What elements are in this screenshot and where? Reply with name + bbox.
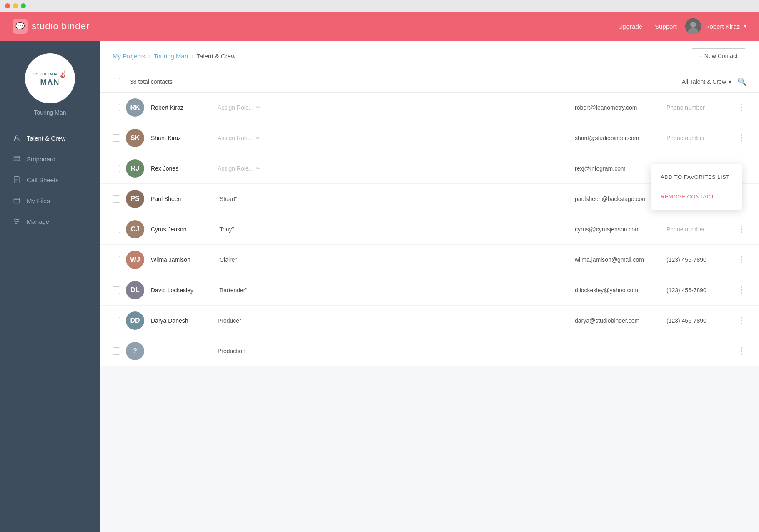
contact-role-8: Producer (218, 317, 575, 324)
contact-email-8: darya@studiobinder.com (575, 317, 666, 324)
sidebar-nav: Talent & Crew Stripboard (0, 128, 100, 233)
contact-checkbox-5[interactable] (113, 226, 120, 233)
more-dot (741, 110, 742, 111)
my-files-icon (13, 196, 21, 205)
contact-row: ? Production (100, 336, 759, 366)
more-dot (741, 317, 742, 319)
filter-dropdown[interactable]: All Talent & Crew ▾ (682, 78, 731, 85)
more-dot (741, 350, 742, 352)
more-dot (741, 320, 742, 321)
more-dot (741, 231, 742, 233)
logo-bottom-text: MAN (40, 78, 60, 87)
nav-links: Upgrade Support (619, 23, 677, 30)
breadcrumb-sep-1: › (148, 53, 150, 59)
filter-dropdown-icon: ▾ (729, 78, 731, 85)
touring-man-logo: TOURING 🎸 MAN (32, 70, 68, 87)
contact-checkbox-9[interactable] (113, 347, 120, 355)
contacts-list: RK Robert Kiraz Assign Role... ✏ robert@… (100, 93, 759, 366)
contact-role-5: "Tony" (218, 226, 575, 233)
contact-email-2: shant@studiobinder.com (575, 135, 666, 141)
support-link[interactable]: Support (655, 23, 677, 30)
contact-phone-2: Phone number (666, 135, 733, 141)
contact-more-5[interactable] (736, 224, 746, 235)
contact-more-2[interactable] (736, 133, 746, 143)
role-edit-icon-1[interactable]: ✏ (256, 105, 260, 110)
contact-more-7[interactable] (736, 285, 746, 296)
add-to-favorites-item[interactable]: ADD TO FAVORITES LIST (651, 167, 742, 187)
contact-name-7: David Lockesley (151, 287, 218, 294)
more-dot (741, 262, 742, 263)
contact-phone-7: (123) 456-7890 (666, 287, 733, 294)
contact-checkbox-2[interactable] (113, 134, 120, 142)
contact-role-7: "Bartender" (218, 287, 575, 294)
remove-contact-item[interactable]: REMOVE CONTACT (651, 187, 742, 206)
sidebar-item-my-files[interactable]: My Files (4, 191, 96, 210)
logo-text: studio binder (32, 21, 90, 32)
sidebar-item-talent-crew[interactable]: Talent & Crew (4, 128, 96, 148)
contact-email-1: robert@leanometry.com (575, 104, 666, 111)
contact-checkbox-3[interactable] (113, 165, 120, 172)
contact-checkbox-8[interactable] (113, 317, 120, 324)
sidebar: TOURING 🎸 MAN Touring Man Talent & Crew (0, 41, 100, 532)
window-chrome (0, 0, 759, 12)
contact-checkbox-4[interactable] (113, 195, 120, 203)
avatar (685, 18, 701, 34)
sidebar-label-my-files: My Files (27, 197, 50, 204)
dot-yellow[interactable] (13, 3, 18, 8)
contact-phone-8: (123) 456-7890 (666, 317, 733, 324)
more-dot (741, 104, 742, 105)
breadcrumb-link-touring-man[interactable]: Touring Man (154, 53, 188, 60)
role-edit-icon-2[interactable]: ✏ (256, 135, 260, 141)
contact-more-1[interactable] (736, 102, 746, 113)
contact-row: RK Robert Kiraz Assign Role... ✏ robert@… (100, 93, 759, 123)
contact-avatar-4: PS (126, 190, 144, 208)
svg-point-1 (690, 22, 696, 28)
breadcrumb-link-projects[interactable]: My Projects (113, 53, 145, 60)
search-icon[interactable]: 🔍 (737, 77, 746, 86)
more-dot (741, 353, 742, 355)
contact-avatar-9: ? (126, 342, 144, 360)
contact-name-4: Paul Sheen (151, 196, 218, 202)
contact-more-6[interactable] (736, 254, 746, 265)
role-edit-icon-3[interactable]: ✏ (256, 166, 260, 171)
svg-rect-5 (14, 158, 20, 159)
sidebar-item-manage[interactable]: Manage (4, 212, 96, 231)
contact-checkbox-7[interactable] (113, 286, 120, 294)
more-dot (741, 140, 742, 142)
top-nav: 💬 studio binder Upgrade Support Robert K… (0, 12, 759, 41)
contact-avatar-2: SK (126, 129, 144, 147)
more-dot (741, 323, 742, 324)
contact-row: DL David Lockesley "Bartender" d.lockesl… (100, 275, 759, 306)
contact-row: SK Shant Kiraz Assign Role... ✏ shant@st… (100, 123, 759, 153)
contact-avatar-5: CJ (126, 220, 144, 238)
select-all-checkbox[interactable] (113, 78, 120, 85)
contact-avatar-1: RK (126, 98, 144, 117)
contact-more-9[interactable] (736, 346, 746, 356)
dot-red[interactable] (5, 3, 10, 8)
sidebar-item-stripboard[interactable]: Stripboard (4, 149, 96, 168)
breadcrumb-current: Talent & Crew (197, 53, 235, 60)
new-contact-button[interactable]: + New Contact (691, 48, 746, 63)
contact-avatar-7: DL (126, 281, 144, 299)
more-dot (741, 256, 742, 258)
logo-area: 💬 studio binder (13, 19, 619, 34)
breadcrumb: My Projects › Touring Man › Talent & Cre… (113, 53, 235, 60)
contact-role-4: "Stuart" (218, 196, 575, 202)
contact-more-8[interactable] (736, 315, 746, 326)
contact-role-6: "Claire" (218, 256, 575, 263)
more-dot (741, 347, 742, 349)
user-area[interactable]: Robert Kiraz ▾ (685, 18, 746, 34)
upgrade-link[interactable]: Upgrade (619, 23, 643, 30)
more-dot (741, 107, 742, 108)
project-logo: TOURING 🎸 MAN (25, 53, 75, 103)
contact-name-2: Shant Kiraz (151, 135, 218, 141)
dot-green[interactable] (21, 3, 26, 8)
project-name: Touring Man (34, 109, 66, 116)
total-contacts-label: 38 total contacts (130, 78, 173, 85)
sidebar-item-call-sheets[interactable]: Call Sheets (4, 170, 96, 189)
filter-label: All Talent & Crew (682, 78, 726, 85)
svg-point-13 (18, 221, 19, 222)
contact-checkbox-6[interactable] (113, 256, 120, 263)
main-content: My Projects › Touring Man › Talent & Cre… (100, 41, 759, 532)
contact-checkbox-1[interactable] (113, 104, 120, 111)
